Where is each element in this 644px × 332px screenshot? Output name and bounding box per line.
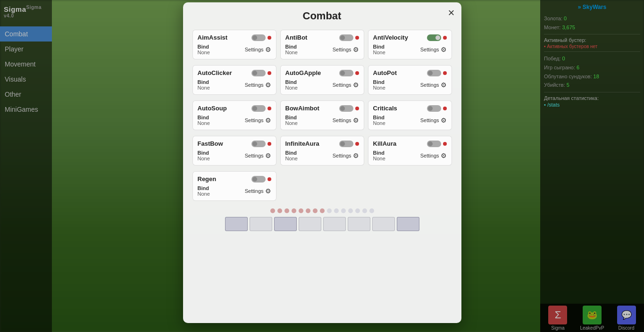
module-aimassist-toggle[interactable] xyxy=(251,34,271,41)
module-bowaimbot-header: BowAimbot xyxy=(285,105,359,112)
toggle-track[interactable] xyxy=(427,70,441,76)
gear-icon: ⚙ xyxy=(353,46,359,53)
settings-section[interactable]: Settings ⚙ xyxy=(420,116,447,124)
module-autosoup: AutoSoup Bind None Settings xyxy=(192,100,276,130)
settings-section[interactable]: Settings ⚙ xyxy=(333,152,359,159)
module-autopot-name: AutoPot xyxy=(373,69,397,76)
settings-label: Settings xyxy=(333,82,351,88)
module-infiniteaura-footer: Bind None Settings ⚙ xyxy=(285,150,359,161)
bind-value: None xyxy=(285,120,298,126)
module-antivelocity-toggle[interactable] xyxy=(427,34,447,41)
module-autogapple-header: AutoGApple xyxy=(285,69,359,76)
settings-section[interactable]: Settings ⚙ xyxy=(245,152,271,159)
toggle-knob xyxy=(340,106,345,111)
toggle-knob xyxy=(252,106,257,111)
toggle-track[interactable] xyxy=(339,34,353,41)
inv-slot xyxy=(323,217,346,231)
module-criticals: Criticals Bind None Settings xyxy=(368,100,452,130)
toggle-track[interactable] xyxy=(251,105,266,112)
bind-label: Bind xyxy=(373,150,385,156)
settings-label: Settings xyxy=(333,117,351,123)
bind-value: None xyxy=(373,120,385,126)
bind-value: None xyxy=(373,50,385,55)
module-bowaimbot-toggle[interactable] xyxy=(339,105,359,112)
module-antibot-toggle[interactable] xyxy=(339,34,359,41)
gear-icon: ⚙ xyxy=(441,152,447,159)
toggle-track[interactable] xyxy=(427,141,441,147)
module-fastbow-header: FastBow xyxy=(198,140,271,147)
module-autoclicker-footer: Bind None Settings ⚙ xyxy=(198,79,271,91)
settings-section[interactable]: Settings ⚙ xyxy=(333,46,359,53)
module-infiniteaura-toggle[interactable] xyxy=(339,141,359,147)
close-button[interactable]: × xyxy=(448,7,454,18)
module-autosoup-footer: Bind None Settings ⚙ xyxy=(198,115,271,126)
settings-section[interactable]: Settings ⚙ xyxy=(420,46,447,53)
inv-slot xyxy=(299,217,321,231)
module-autoclicker-name: AutoClicker xyxy=(198,69,232,76)
settings-section[interactable]: Settings ⚙ xyxy=(333,81,359,89)
module-regen-toggle[interactable] xyxy=(251,176,271,183)
toggle-track[interactable] xyxy=(427,105,441,112)
module-autoclicker-toggle[interactable] xyxy=(251,70,271,76)
settings-section[interactable]: Settings ⚙ xyxy=(245,116,271,124)
toggle-track[interactable] xyxy=(251,176,266,183)
module-criticals-header: Criticals xyxy=(373,105,447,112)
toggle-knob xyxy=(252,177,257,182)
module-fastbow-name: FastBow xyxy=(198,140,223,147)
bind-section: Bind None xyxy=(198,44,210,55)
module-infiniteaura: InfiniteAura Bind None Settings xyxy=(280,136,364,166)
module-criticals-toggle[interactable] xyxy=(427,105,447,112)
settings-label: Settings xyxy=(420,153,439,158)
bind-value: None xyxy=(198,120,210,126)
modules-grid: AimAssist Bind None Settings xyxy=(192,30,452,201)
toggle-knob xyxy=(252,71,257,75)
inv-slot xyxy=(372,217,395,231)
toggle-knob xyxy=(435,35,440,40)
inventory-row xyxy=(225,217,419,231)
dot xyxy=(341,208,346,213)
dot xyxy=(299,208,303,213)
settings-label: Settings xyxy=(420,82,439,88)
dot xyxy=(369,208,374,213)
settings-label: Settings xyxy=(245,188,264,194)
settings-section[interactable]: Settings ⚙ xyxy=(245,81,271,89)
toggle-track[interactable] xyxy=(427,34,441,41)
bind-section: Bind None xyxy=(198,79,210,91)
bind-label: Bind xyxy=(198,44,210,50)
toggle-track[interactable] xyxy=(251,141,266,147)
bind-label: Bind xyxy=(285,44,298,50)
module-autopot: AutoPot Bind None Settings xyxy=(368,65,452,95)
dot xyxy=(327,208,332,213)
toggle-dot xyxy=(268,71,271,75)
module-aimassist: AimAssist Bind None Settings xyxy=(192,30,276,59)
module-regen: Regen Bind None Settings xyxy=(192,171,276,201)
settings-section[interactable]: Settings ⚙ xyxy=(420,81,447,89)
bind-label: Bind xyxy=(198,79,210,85)
module-antivelocity: AntiVelocity Bind None Settings xyxy=(368,30,452,59)
settings-section[interactable]: Settings ⚙ xyxy=(245,46,271,53)
module-autopot-toggle[interactable] xyxy=(427,70,447,76)
combat-modal: Combat × AimAssist Bind Non xyxy=(183,2,461,323)
module-aimassist-name: AimAssist xyxy=(198,34,228,41)
toggle-track[interactable] xyxy=(251,70,266,76)
settings-label: Settings xyxy=(333,47,351,52)
settings-section[interactable]: Settings ⚙ xyxy=(333,116,359,124)
bind-section: Bind None xyxy=(373,115,385,126)
module-autopot-footer: Bind None Settings ⚙ xyxy=(373,79,447,91)
module-killaura-toggle[interactable] xyxy=(427,141,447,147)
bind-section: Bind None xyxy=(198,150,210,161)
module-aimassist-footer: Bind None Settings ⚙ xyxy=(198,44,271,55)
toggle-track[interactable] xyxy=(339,105,353,112)
toggle-track[interactable] xyxy=(251,34,266,41)
module-aimassist-header: AimAssist xyxy=(198,34,271,41)
module-autogapple-toggle[interactable] xyxy=(339,70,359,76)
gear-icon: ⚙ xyxy=(265,46,271,53)
gear-icon: ⚙ xyxy=(353,152,359,159)
settings-section[interactable]: Settings ⚙ xyxy=(420,152,447,159)
module-autopot-header: AutoPot xyxy=(373,69,447,76)
toggle-track[interactable] xyxy=(339,141,353,147)
toggle-track[interactable] xyxy=(339,70,353,76)
module-autosoup-toggle[interactable] xyxy=(251,105,271,112)
settings-section[interactable]: Settings ⚙ xyxy=(245,187,271,195)
module-fastbow-toggle[interactable] xyxy=(251,141,271,147)
